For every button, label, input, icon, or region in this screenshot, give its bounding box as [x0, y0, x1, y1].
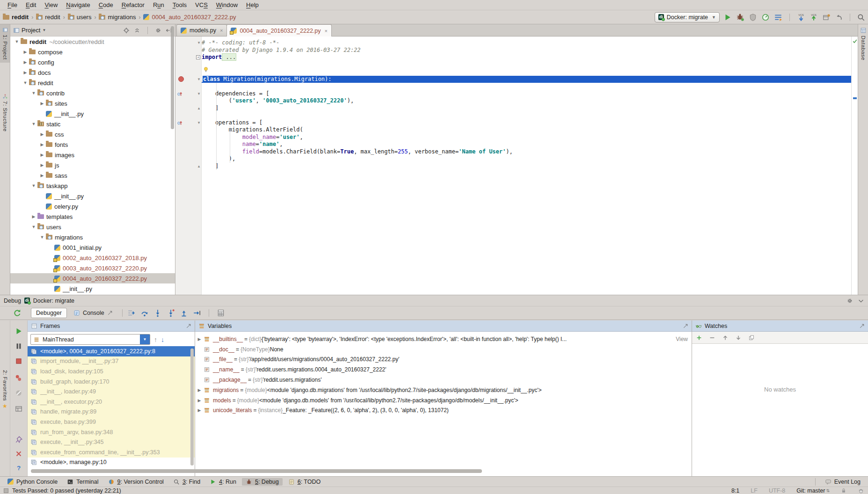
editor-tab[interactable]: 0004_auto_20160327_2222.py× — [226, 24, 332, 36]
gear-icon[interactable] — [846, 298, 853, 304]
tab-console[interactable]: Console — [69, 308, 117, 318]
profile-icon[interactable] — [761, 13, 770, 22]
pin-icon[interactable] — [15, 436, 23, 444]
tool-window-button-4-run[interactable]: 4: Run — [206, 478, 240, 486]
tree-toggle-icon[interactable]: ▶ — [38, 142, 46, 147]
frame-row[interactable]: build_graph, loader.py:170 — [28, 377, 195, 387]
tree-row[interactable]: ▶sites — [10, 98, 175, 109]
gear-icon[interactable] — [155, 27, 161, 34]
fold-toggle-icon[interactable]: ▾ — [196, 76, 202, 83]
menu-item-file[interactable]: File — [4, 1, 21, 9]
tree-row[interactable]: __init__.py — [10, 191, 175, 201]
tree-toggle-icon[interactable]: ▶ — [38, 153, 46, 157]
tree-toggle-icon[interactable]: ▼ — [13, 39, 21, 44]
rollback-icon[interactable] — [835, 13, 843, 22]
tree-row[interactable]: ▶images — [10, 150, 175, 160]
close-icon[interactable] — [15, 450, 23, 458]
git-branch-widget[interactable]: Git: master ⇅ — [796, 487, 830, 494]
tree-toggle-icon[interactable]: ▶ — [30, 214, 37, 219]
move-up-icon[interactable] — [722, 334, 729, 341]
frame-row[interactable]: run_from_argv, base.py:348 — [28, 427, 195, 437]
editor-gutter[interactable]: ▾+▾▾▴▾▴ — [175, 36, 202, 295]
menu-item-help[interactable]: Help — [242, 1, 263, 9]
expand-icon[interactable]: ▶ — [195, 337, 204, 341]
highlighting-level-icon[interactable] — [858, 487, 864, 494]
show-execution-point-icon[interactable] — [127, 309, 136, 317]
collapse-all-icon[interactable] — [134, 27, 140, 34]
menu-item-code[interactable]: Code — [95, 1, 117, 9]
tree-row[interactable]: ▶docs — [10, 67, 175, 78]
menu-item-vcs[interactable]: VCS — [191, 1, 212, 9]
tree-toggle-icon[interactable]: ▼ — [30, 183, 37, 188]
frame-row[interactable]: import_module, __init__.py:37 — [28, 356, 195, 367]
tree-row[interactable]: __init__.py — [10, 109, 175, 119]
encoding-widget[interactable]: UTF-8 — [769, 487, 785, 494]
frames-scrollbar[interactable] — [190, 349, 194, 465]
breadcrumb-item[interactable]: users — [68, 14, 92, 21]
tool-window-button-terminal[interactable]: Terminal — [63, 478, 102, 486]
frame-row[interactable]: __init__, loader.py:49 — [28, 386, 195, 397]
frame-row[interactable]: <module>, manage.py:10 — [28, 458, 195, 468]
menu-item-refactor[interactable]: Refactor — [118, 1, 148, 9]
tree-toggle-icon[interactable]: ▼ — [30, 122, 37, 126]
sidebar-item-project[interactable]: 1: Project — [0, 24, 10, 63]
variable-row[interactable]: __package__={str} 'reddit.users.migratio… — [195, 375, 692, 385]
stop-icon[interactable] — [15, 357, 23, 365]
sidebar-item-favorites[interactable]: 2: Favorites ★ — [2, 367, 8, 412]
menu-item-edit[interactable]: Edit — [22, 1, 40, 9]
expand-icon[interactable]: ▶ — [195, 388, 204, 392]
sidebar-item-database[interactable]: Database — [858, 24, 868, 63]
locate-file-icon[interactable] — [123, 27, 130, 34]
close-icon[interactable]: × — [220, 28, 223, 33]
toggle-stripes-icon[interactable] — [4, 488, 8, 493]
step-into-icon[interactable] — [153, 309, 162, 317]
float-icon[interactable] — [107, 310, 113, 316]
tool-window-button-python-console[interactable]: Python Console — [4, 478, 61, 486]
menu-item-tools[interactable]: Tools — [169, 1, 190, 9]
run-configuration-select[interactable]: dj Docker: migrate ▼ — [655, 12, 720, 22]
frame-row[interactable]: load_disk, loader.py:105 — [28, 366, 195, 377]
fold-toggle-icon[interactable]: ▴ — [196, 105, 202, 112]
float-panel-icon[interactable] — [683, 323, 688, 329]
coverage-icon[interactable] — [749, 13, 757, 22]
lock-icon[interactable] — [841, 488, 846, 494]
hide-window-icon[interactable] — [858, 298, 864, 304]
tree-row[interactable]: 0001_initial.py — [10, 242, 175, 253]
editor-error-stripe[interactable] — [851, 36, 858, 295]
mute-breakpoints-icon[interactable] — [15, 389, 23, 397]
tree-toggle-icon[interactable]: ▶ — [38, 163, 46, 167]
float-panel-icon[interactable] — [859, 323, 865, 329]
variable-row[interactable]: ▶unicode_literals={instance} _Feature: _… — [195, 406, 692, 416]
variable-row[interactable]: __file__={str} '/app/reddit/users/migrat… — [195, 355, 692, 365]
frame-row[interactable]: __init__, executor.py:20 — [28, 397, 195, 407]
tree-row[interactable]: ▶config — [10, 57, 175, 67]
tree-row[interactable]: ▶sass — [10, 170, 175, 181]
step-out-icon[interactable] — [180, 309, 188, 317]
step-over-icon[interactable] — [140, 309, 149, 317]
step-into-my-code-icon[interactable] — [167, 309, 175, 317]
remove-icon[interactable] — [709, 334, 715, 341]
previous-frame-icon[interactable]: ↑ — [154, 336, 157, 343]
tree-row[interactable]: ▶fonts — [10, 139, 175, 150]
menu-item-window[interactable]: Window — [212, 1, 241, 9]
run-to-cursor-icon[interactable] — [193, 309, 201, 317]
tree-row[interactable]: __init__.py — [10, 283, 175, 294]
close-icon[interactable]: × — [325, 28, 328, 34]
tree-toggle-icon[interactable]: ▼ — [30, 225, 37, 229]
frame-row[interactable]: <module>, 0004_auto_20160327_2222.py:8 — [28, 346, 195, 356]
rerun-icon[interactable] — [13, 309, 22, 317]
tree-toggle-icon[interactable]: ▶ — [22, 60, 29, 65]
chevron-down-icon[interactable]: ▼ — [140, 334, 150, 344]
search-everywhere-icon[interactable] — [857, 13, 865, 22]
tree-row[interactable]: ▼migrations — [10, 232, 175, 242]
fold-toggle-icon[interactable]: ▴ — [196, 163, 202, 170]
editor-body[interactable]: ▾+▾▾▴▾▴ # -*- coding: utf-8 -*-# Generat… — [175, 36, 858, 295]
settings-icon[interactable] — [15, 420, 23, 428]
frame-row[interactable]: execute, base.py:399 — [28, 417, 195, 427]
tree-toggle-icon[interactable]: ▶ — [38, 132, 46, 137]
thread-select[interactable]: MainThread ▼ — [30, 334, 150, 345]
expand-icon[interactable]: ▶ — [195, 398, 204, 403]
tool-window-button-3-find[interactable]: 3: Find — [169, 478, 204, 486]
frame-row[interactable]: execute, __init__.py:345 — [28, 437, 195, 447]
code-area[interactable]: # -*- coding: utf-8 -*-# Generated by Dj… — [202, 36, 851, 295]
